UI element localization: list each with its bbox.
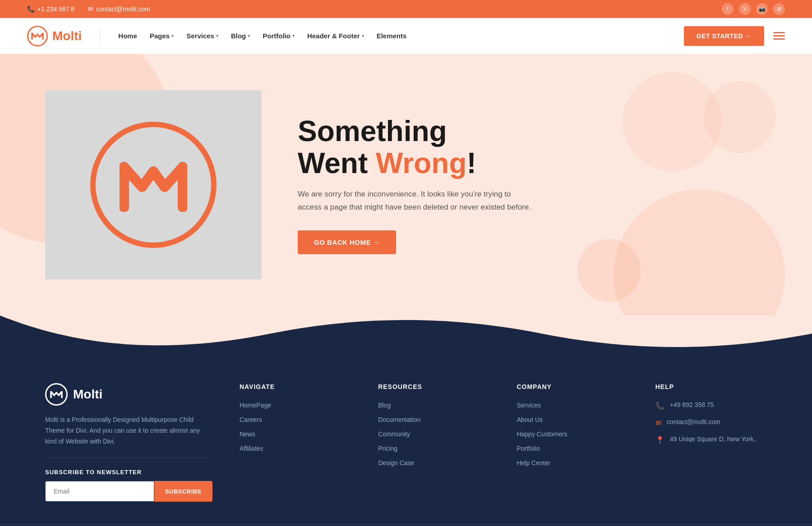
list-item: Pricing xyxy=(378,444,489,453)
instagram-icon[interactable]: 📷 xyxy=(756,3,768,15)
settings-icon[interactable]: ⚙ xyxy=(773,3,785,15)
brand-logo[interactable]: Molti xyxy=(27,26,82,46)
list-item: Careers xyxy=(240,416,351,424)
footer-link-community[interactable]: Community xyxy=(378,430,410,438)
hero-title: Something Went Wrong! xyxy=(298,115,767,179)
list-item: Design Case xyxy=(378,459,489,467)
nav-divider xyxy=(100,27,100,45)
footer-resources-list: Blog Documentation Community Pricing Des… xyxy=(378,401,489,467)
footer-link-design-case[interactable]: Design Case xyxy=(378,459,414,467)
footer-brand-name: Molti xyxy=(73,387,102,402)
hero-section: Something Went Wrong! We are sorry for t… xyxy=(0,54,812,316)
footer-brand-icon xyxy=(45,383,68,406)
email-info: ✉ contact@molti.com xyxy=(88,5,150,13)
get-started-button[interactable]: GET STARTED → xyxy=(684,26,764,46)
nav-portfolio[interactable]: Portfolio ▾ xyxy=(263,32,295,40)
help-email: ✉ contact@molti.com xyxy=(655,418,767,427)
email-icon: ✉ xyxy=(88,5,93,13)
footer-link-homepage[interactable]: HomePage xyxy=(240,402,271,409)
list-item: Help Center xyxy=(517,459,628,467)
title-exclaim: ! xyxy=(466,147,476,179)
title-something: Something xyxy=(298,115,447,147)
help-phone: 📞 +49 892 358 75 xyxy=(655,401,767,410)
footer-help-col: HELP 📞 +49 892 358 75 ✉ contact@molti.co… xyxy=(655,383,767,502)
list-item: Portfolio xyxy=(517,444,628,453)
footer-bottom: © Copyright Molti 2020. Made with ♥ by S… xyxy=(0,524,812,526)
location-icon: 📍 xyxy=(655,436,664,444)
navbar: Molti Home Pages ▾ Services ▾ Blog ▾ Por… xyxy=(0,18,812,54)
footer-company-col: COMPANY Services About Us Happy Customer… xyxy=(517,383,628,502)
list-item: Happy Customers xyxy=(517,430,628,438)
wave-divider xyxy=(0,316,812,352)
footer-link-pricing[interactable]: Pricing xyxy=(378,445,397,452)
twitter-icon[interactable]: 𝕏 xyxy=(739,3,751,15)
hero-text: Something Went Wrong! We are sorry for t… xyxy=(298,115,767,254)
email-icon: ✉ xyxy=(655,419,661,427)
footer-link-news[interactable]: News xyxy=(240,430,255,438)
phone-info: 📞 +1 234 567 8 xyxy=(27,5,74,13)
footer-link-services[interactable]: Services xyxy=(517,402,541,409)
footer-link-careers[interactable]: Careers xyxy=(240,416,262,423)
nav-services[interactable]: Services ▾ xyxy=(186,32,218,40)
brand-icon xyxy=(27,26,48,46)
title-went: Went xyxy=(298,147,376,179)
nav-blog[interactable]: Blog ▾ xyxy=(231,32,250,40)
navbar-right: GET STARTED → xyxy=(684,26,785,46)
nav-pages[interactable]: Pages ▾ xyxy=(150,32,174,40)
title-wrong: Wrong xyxy=(376,147,466,179)
footer-navigate-title: NAVIGATE xyxy=(240,383,351,390)
list-item: Community xyxy=(378,430,489,438)
footer-link-help-center[interactable]: Help Center xyxy=(517,459,550,467)
footer-company-title: COMPANY xyxy=(517,383,628,390)
footer-brand-logo: Molti xyxy=(45,383,212,406)
footer-company-list: Services About Us Happy Customers Portfo… xyxy=(517,401,628,467)
go-back-home-button[interactable]: GO BACK HOME → xyxy=(298,230,396,254)
navbar-left: Molti Home Pages ▾ Services ▾ Blog ▾ Por… xyxy=(27,26,406,46)
top-bar: 📞 +1 234 567 8 ✉ contact@molti.com f 𝕏 📷… xyxy=(0,0,812,18)
footer-navigate-col: NAVIGATE HomePage Careers News Affiliate… xyxy=(240,383,351,502)
footer-divider xyxy=(45,457,212,458)
phone-icon: 📞 xyxy=(655,402,664,410)
list-item: Affiliates xyxy=(240,444,351,453)
footer-link-about[interactable]: About Us xyxy=(517,416,543,423)
hamburger-menu[interactable] xyxy=(773,32,785,40)
help-email-address: contact@molti.com xyxy=(667,418,720,425)
list-item: Blog xyxy=(378,401,489,409)
brand-name: Molti xyxy=(52,29,82,43)
list-item: Services xyxy=(517,401,628,409)
footer-link-blog[interactable]: Blog xyxy=(378,402,391,409)
phone-number: +1 234 567 8 xyxy=(37,5,74,13)
list-item: About Us xyxy=(517,416,628,424)
footer-resources-title: RESOURCES xyxy=(378,383,489,390)
hero-content: Something Went Wrong! We are sorry for t… xyxy=(45,90,767,279)
nav-header-footer[interactable]: Header & Footer ▾ xyxy=(307,32,364,40)
hero-description: We are sorry for the inconvenience. It l… xyxy=(298,188,532,214)
footer-navigate-list: HomePage Careers News Affiliates xyxy=(240,401,351,453)
help-address-text: 49 Uniqe Square D, New York, xyxy=(670,435,756,443)
help-address: 📍 49 Uniqe Square D, New York, xyxy=(655,435,767,444)
footer-help-title: HELP xyxy=(655,383,767,390)
list-item: Documentation xyxy=(378,416,489,424)
hero-logo-circle xyxy=(90,122,217,248)
email-address: contact@molti.com xyxy=(96,5,150,13)
footer-link-affiliates[interactable]: Affiliates xyxy=(240,445,263,452)
footer-link-documentation[interactable]: Documentation xyxy=(378,416,420,423)
subscribe-button[interactable]: SUBSCRIBE xyxy=(154,481,212,502)
help-phone-number: +49 892 358 75 xyxy=(670,401,714,408)
email-input[interactable] xyxy=(45,481,154,502)
nav-links: Home Pages ▾ Services ▾ Blog ▾ Portfolio… xyxy=(118,32,406,40)
footer-top: Molti Molti is a Professionally Designed… xyxy=(45,383,767,524)
top-bar-social: f 𝕏 📷 ⚙ xyxy=(722,3,785,15)
subscribe-form: SUBSCRIBE xyxy=(45,481,212,502)
subscribe-label: SUBSCRIBE TO NEWSLETTER xyxy=(45,469,212,476)
top-bar-left: 📞 +1 234 567 8 ✉ contact@molti.com xyxy=(27,5,150,13)
list-item: HomePage xyxy=(240,401,351,409)
nav-elements[interactable]: Elements xyxy=(377,32,407,40)
footer: Molti Molti is a Professionally Designed… xyxy=(0,352,812,524)
footer-link-happy-customers[interactable]: Happy Customers xyxy=(517,430,567,438)
footer-resources-col: RESOURCES Blog Documentation Community P… xyxy=(378,383,489,502)
hero-image xyxy=(45,90,262,279)
footer-link-portfolio[interactable]: Portfolio xyxy=(517,445,540,452)
nav-home[interactable]: Home xyxy=(118,32,137,40)
facebook-icon[interactable]: f xyxy=(722,3,734,15)
